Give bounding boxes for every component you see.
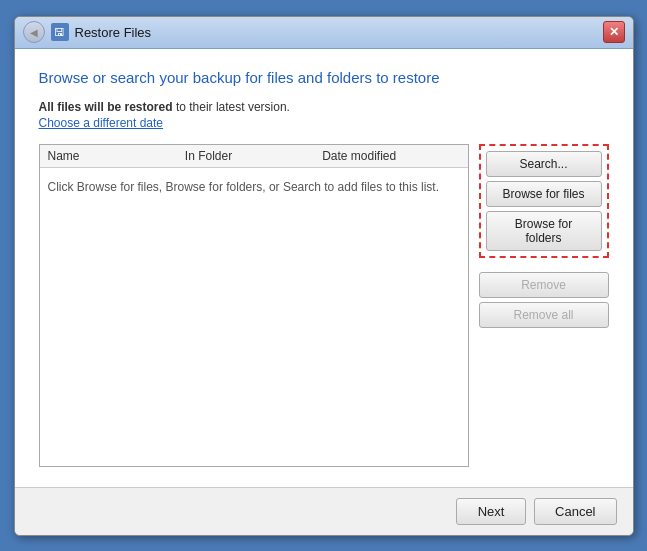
browse-folders-button[interactable]: Browse for folders — [486, 211, 602, 251]
file-list-container: Name In Folder Date modified Click Brows… — [39, 144, 469, 467]
window-content: Browse or search your backup for files a… — [15, 49, 633, 487]
restore-files-window: ◀ 🖫 Restore Files ✕ Browse or search you… — [14, 16, 634, 536]
col-name: Name — [48, 149, 185, 163]
window-icon: 🖫 — [51, 23, 69, 41]
browse-files-button[interactable]: Browse for files — [486, 181, 602, 207]
info-line: All files will be restored to their late… — [39, 100, 609, 114]
choose-date-link[interactable]: Choose a different date — [39, 116, 609, 130]
file-list-header: Name In Folder Date modified — [40, 145, 468, 168]
secondary-buttons-group: Remove Remove all — [479, 272, 609, 328]
window-title: Restore Files — [75, 25, 152, 40]
next-button[interactable]: Next — [456, 498, 526, 525]
buttons-panel: Search... Browse for files Browse for fo… — [479, 144, 609, 467]
search-button[interactable]: Search... — [486, 151, 602, 177]
primary-buttons-group: Search... Browse for files Browse for fo… — [479, 144, 609, 258]
page-title: Browse or search your backup for files a… — [39, 69, 609, 86]
cancel-button[interactable]: Cancel — [534, 498, 616, 525]
empty-message: Click Browse for files, Browse for folde… — [48, 178, 439, 196]
remove-all-button[interactable]: Remove all — [479, 302, 609, 328]
main-area: Name In Folder Date modified Click Brows… — [39, 144, 609, 467]
remove-button[interactable]: Remove — [479, 272, 609, 298]
col-date: Date modified — [322, 149, 459, 163]
close-button[interactable]: ✕ — [603, 21, 625, 43]
back-button[interactable]: ◀ — [23, 21, 45, 43]
title-bar: ◀ 🖫 Restore Files ✕ — [15, 17, 633, 49]
file-list-body: Click Browse for files, Browse for folde… — [40, 168, 468, 466]
footer: Next Cancel — [15, 487, 633, 535]
title-bar-left: ◀ 🖫 Restore Files — [23, 21, 603, 43]
col-folder: In Folder — [185, 149, 322, 163]
